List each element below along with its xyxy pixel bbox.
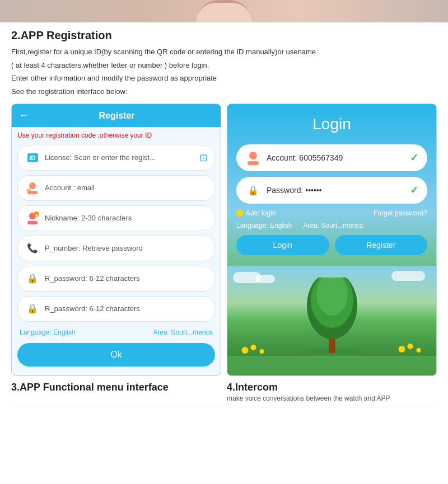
svg-point-15 [251,345,256,350]
flowers-svg [227,328,436,356]
screenshots-row: ← Register Use your registration code ;o… [11,104,437,376]
svg-point-7 [249,152,257,159]
register-field-nickname[interactable]: N Nickname: 2-30 characters [17,205,215,231]
register-area: Area: Sourt...merica [153,328,213,336]
svg-rect-2 [26,189,31,191]
svg-point-0 [29,182,36,189]
register-body: Use your registration code ;otherwise yo… [12,127,221,375]
login-buttons: Login Register [236,235,427,255]
register-field-rpassword2[interactable]: 🔒 R_password: 6-12 characters [17,296,215,322]
auto-login-option[interactable]: Auto login [236,209,276,217]
section4-title: 4.Intercom [227,382,437,393]
register-field-rpassword1[interactable]: 🔒 R_password: 6-12 characters [17,266,215,292]
register-language: Language: English [20,328,75,336]
lock-icon-2: 🔒 [25,301,40,317]
license-field-text: License: Scan or enter the regist... [45,153,199,162]
login-button[interactable]: Login [236,235,329,255]
rpassword2-field-text: R_password: 6-12 characters [45,304,208,313]
section2-desc2: ( at least 4 characters,whether letter o… [11,60,437,71]
password-check-icon: ✓ [410,184,418,196]
nature-background [227,266,436,356]
section4-desc: make voice conversations between the wat… [227,394,437,402]
phone-icon: 📞 [25,241,40,256]
svg-point-18 [408,344,413,349]
top-image-area [0,0,448,22]
svg-text:N: N [35,213,38,217]
svg-point-17 [399,346,405,353]
svg-point-19 [417,348,421,353]
section4-block: 4.Intercom make voice conversations betw… [227,382,437,402]
scan-icon: ⊡ [199,152,208,164]
account-field-text: Account : email [45,184,208,192]
svg-point-14 [242,347,249,354]
section3-title: 3.APP Functional menu interface [11,382,221,393]
bottom-titles-row: 3.APP Functional menu interface 4.Interc… [11,382,437,407]
register-screen: ← Register Use your registration code ;o… [11,104,221,376]
cloud-3 [391,271,425,281]
login-account-icon [245,150,261,166]
svg-rect-8 [248,161,259,165]
register-lang-area: Language: English Area: Sourt...merica [17,326,215,339]
nickname-field-text: Nickname: 2-30 characters [45,214,208,222]
register-field-license[interactable]: ID License: Scan or enter the regist... … [17,145,215,171]
section3-block: 3.APP Functional menu interface [11,382,221,402]
register-field-account[interactable]: Account : email [17,175,215,201]
nickname-icon: N [25,210,40,226]
account-check-icon: ✓ [410,152,418,164]
login-body: Login Account: 6005567349 ✓ 🔒 Pass [227,104,436,266]
register-title: Register [33,111,200,121]
login-password-text: Password: •••••• [267,186,410,195]
phone-field-text: P_number: Retrieve password [45,244,208,252]
main-content: 2.APP Registration First,register for a … [0,22,448,414]
lock-icon-1: 🔒 [25,271,40,286]
register-field-phone[interactable]: 📞 P_number: Retrieve password [17,236,215,261]
section2-title: 2.APP Registration [11,29,437,42]
back-button[interactable]: ← [18,110,29,121]
auto-login-label: Auto login [246,209,276,217]
login-field-account[interactable]: Account: 6005567349 ✓ [236,144,427,171]
login-lock-icon: 🔒 [245,182,261,198]
login-account-text: Account: 6005567349 [267,153,410,162]
svg-point-16 [260,349,264,354]
register-button[interactable]: Register [335,235,428,255]
register-header: ← Register [12,104,221,127]
register-warning: Use your registration code ;otherwise yo… [17,131,215,140]
ok-button[interactable]: Ok [17,343,215,366]
section2-desc3: Enter other information and modify the p… [11,73,437,84]
svg-rect-4 [27,221,38,224]
login-lang-area: Language: English Area: Sourt...merica [236,222,427,229]
login-options: Auto login Forget password? [236,209,427,217]
section2-desc1: First,register for a unique ID(by scanni… [11,46,437,58]
forget-password-link[interactable]: Forget password? [374,209,427,217]
login-screen: Login Account: 6005567349 ✓ 🔒 Pass [227,104,437,376]
account-icon [25,180,40,196]
cloud-2 [255,275,275,283]
login-title: Login [236,115,427,133]
rpassword1-field-text: R_password: 6-12 characters [45,274,208,283]
login-language: Language: English [236,222,292,229]
section2-desc4: See the registration interface below: [11,86,437,97]
auto-login-dot [236,210,243,217]
login-area: Area: Sourt...merica [303,222,363,229]
id-icon: ID [25,150,40,166]
login-field-password[interactable]: 🔒 Password: •••••• ✓ [236,177,427,204]
